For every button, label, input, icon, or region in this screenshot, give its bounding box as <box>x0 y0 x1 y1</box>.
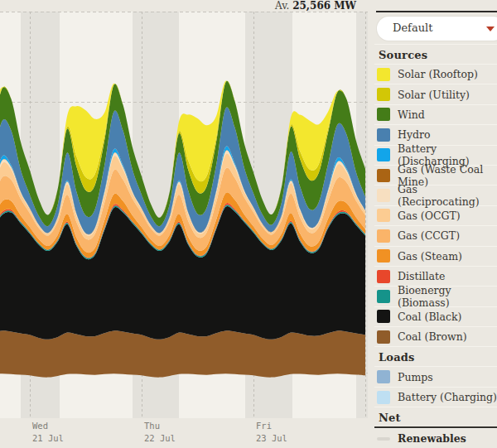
legend-label: Gas (Reciprocating) <box>398 183 497 208</box>
hydro-swatch <box>377 128 390 142</box>
legend-label: Bioenergy (Biomass) <box>398 284 497 309</box>
bioenergy-biomass-swatch <box>377 290 390 303</box>
legend-label: Gas (CCGT) <box>398 229 460 242</box>
battery-charging-swatch <box>377 391 390 404</box>
gas-steam-swatch <box>377 249 390 263</box>
legend-item-wind[interactable]: Wind <box>374 104 497 124</box>
x-tick-label: Fri23 Jul <box>256 420 287 444</box>
legend-item-solar-utility[interactable]: Solar (Utility) <box>374 84 497 104</box>
legend-item-gas-ccgt[interactable]: Gas (CCGT) <box>374 225 497 245</box>
legend-label: Coal (Brown) <box>398 330 467 343</box>
legend-item-battery-discharging[interactable]: Battery (Discharging) <box>374 145 497 165</box>
average-readout: Av. 25,566 MW <box>275 0 356 12</box>
legend-section-sources: Sources <box>374 44 497 64</box>
average-prefix: Av. <box>275 0 292 12</box>
legend-item-coal-brown[interactable]: Coal (Brown) <box>374 326 497 346</box>
view-style-select[interactable]: Default <box>377 17 497 41</box>
stacked-area-chart[interactable] <box>0 0 374 448</box>
legend-item-bioenergy-biomass[interactable]: Bioenergy (Biomass) <box>374 286 497 306</box>
x-tick-label: Wed21 Jul <box>32 420 64 444</box>
legend-label: Solar (Utility) <box>398 89 470 101</box>
gas-ccgt-swatch <box>377 229 390 243</box>
legend-label: Battery (Charging) <box>398 391 497 403</box>
legend-label: Wind <box>398 108 425 121</box>
legend-item-gas-ocgt[interactable]: Gas (OCGT) <box>374 205 497 225</box>
renewables-swatch <box>377 437 390 441</box>
view-style-value: Default <box>393 22 432 34</box>
legend-item-gas-reciprocating[interactable]: Gas (Reciprocating) <box>374 185 497 205</box>
generation-chart-area: Av. 25,566 MW Wed21 JulThu22 JulFri23 Ju… <box>0 0 374 448</box>
solar-utility-swatch <box>377 88 390 101</box>
legend-list: SourcesSolar (Rooftop)Solar (Utility)Win… <box>374 44 497 448</box>
legend-label: Gas (OCGT) <box>398 210 461 222</box>
legend-item-coal-black[interactable]: Coal (Black) <box>374 306 497 326</box>
legend-item-pumps[interactable]: Pumps <box>374 366 497 386</box>
legend-label: Hydro <box>398 128 430 141</box>
legend-label: Pumps <box>398 371 433 383</box>
gas-waste-coal-mine-swatch <box>377 169 390 182</box>
wind-swatch <box>377 108 390 121</box>
opennem-dashboard: Av. 25,566 MW Wed21 JulThu22 JulFri23 Ju… <box>0 0 497 448</box>
legend-item-hydro[interactable]: Hydro <box>374 124 497 144</box>
legend-item-gas-steam[interactable]: Gas (Steam) <box>374 246 497 266</box>
coal-brown-swatch <box>377 330 390 344</box>
legend-panel: Default SourcesSolar (Rooftop)Solar (Uti… <box>374 0 497 448</box>
legend-label: Solar (Rooftop) <box>398 68 478 80</box>
average-value: 25,566 MW <box>292 0 356 12</box>
legend-item-battery-charging[interactable]: Battery (Charging) <box>374 387 497 407</box>
legend-item-renewables[interactable]: Renewables <box>374 428 497 448</box>
legend-label: Distillate <box>398 270 445 282</box>
battery-discharging-swatch <box>377 148 390 161</box>
legend-item-gas-waste-coal-mine[interactable]: Gas (Waste Coal Mine) <box>374 165 497 185</box>
legend-section-loads: Loads <box>374 346 497 366</box>
gas-reciprocating-swatch <box>377 189 390 202</box>
legend-section-net: Net <box>374 407 497 426</box>
x-tick-label: Thu22 Jul <box>144 420 176 444</box>
legend-label: Coal (Black) <box>398 311 461 323</box>
legend-item-solar-rooftop[interactable]: Solar (Rooftop) <box>374 64 497 84</box>
chevron-down-icon <box>486 26 495 31</box>
legend-label: Renewables <box>398 432 466 445</box>
legend-item-distillate[interactable]: Distillate <box>374 266 497 286</box>
legend-label: Gas (Steam) <box>398 250 462 263</box>
gas-ocgt-swatch <box>377 209 390 222</box>
panel-top-rule <box>376 11 497 12</box>
solar-rooftop-swatch <box>377 68 390 81</box>
distillate-swatch <box>377 270 390 283</box>
coal-black-swatch <box>377 310 390 323</box>
pumps-swatch <box>377 370 390 383</box>
